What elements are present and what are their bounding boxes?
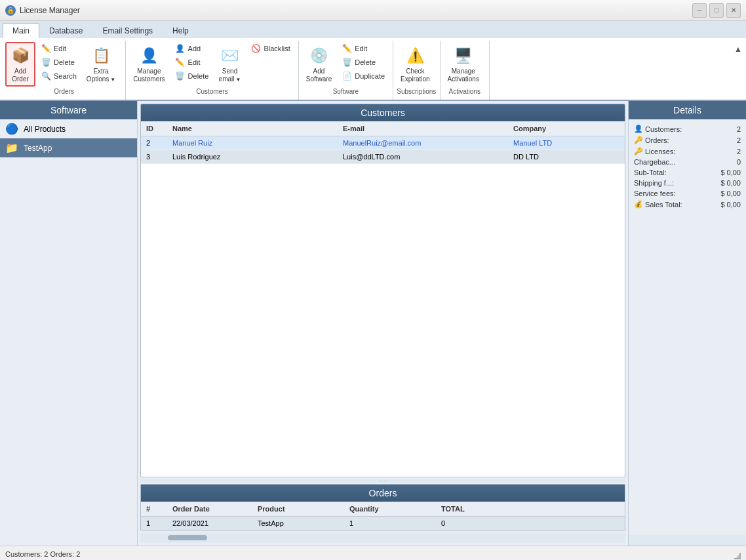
center-panel: Customers ID Name E-mail Company 2 Manue… bbox=[138, 101, 628, 546]
order-row[interactable]: 1 22/03/2021 TestApp 1 0 bbox=[141, 517, 625, 530]
detail-shipping-value: $ 0,00 bbox=[720, 179, 741, 187]
customers-delete-label: Delete bbox=[188, 72, 209, 80]
customers-add-label: Add bbox=[188, 45, 201, 52]
licenses-icon: 🔑 bbox=[634, 147, 643, 155]
tab-email-settings[interactable]: Email Settings bbox=[92, 23, 163, 38]
customers-panel: Customers ID Name E-mail Company 2 Manue… bbox=[140, 104, 625, 477]
detail-service-value: $ 0,00 bbox=[720, 190, 741, 197]
manage-customers-icon: 👤 bbox=[138, 45, 159, 66]
tab-help[interactable]: Help bbox=[163, 23, 199, 38]
manage-customers-button[interactable]: 👤 ManageCustomers bbox=[128, 42, 169, 87]
blacklist-label: Blacklist bbox=[264, 45, 290, 52]
add-order-icon: 📦 bbox=[10, 45, 31, 66]
orders-edit-button[interactable]: ✏️ Edit bbox=[38, 42, 79, 55]
customer-row[interactable]: 3 Luis Rodriguez Luis@ddLTD.com DD LTD bbox=[141, 150, 625, 164]
detail-shipping: Shipping f...: $ 0,00 bbox=[634, 179, 741, 187]
horizontal-scrollbar[interactable] bbox=[140, 532, 625, 543]
ribbon: 📦 AddOrder ✏️ Edit 🗑️ Delete 🔍 Search bbox=[0, 38, 746, 101]
add-order-button[interactable]: 📦 AddOrder bbox=[5, 42, 35, 87]
software-delete-button[interactable]: 🗑️ Delete bbox=[339, 56, 387, 69]
add-software-button[interactable]: 💿 AddSoftware bbox=[302, 42, 336, 87]
panel-resizer[interactable] bbox=[140, 479, 625, 483]
order-num: 1 bbox=[141, 517, 167, 530]
orders-delete-button[interactable]: 🗑️ Delete bbox=[38, 56, 79, 69]
tab-main[interactable]: Main bbox=[3, 23, 39, 38]
minimize-button[interactable]: ─ bbox=[692, 3, 707, 18]
software-edit-button[interactable]: ✏️ Edit bbox=[339, 42, 387, 55]
all-products-label: All Products bbox=[24, 125, 66, 134]
detail-orders-value: 2 bbox=[737, 136, 741, 144]
detail-service-label: Service fees: bbox=[634, 190, 676, 197]
software-duplicate-button[interactable]: 📄 Duplicate bbox=[339, 70, 387, 83]
customers-edit-label: Edit bbox=[188, 58, 201, 66]
customers-edit-button[interactable]: ✏️ Edit bbox=[172, 56, 212, 69]
order-total: 0 bbox=[436, 517, 625, 530]
customers-add-button[interactable]: 👤 Add bbox=[172, 42, 212, 55]
resize-grip[interactable] bbox=[730, 549, 741, 559]
detail-chargeback-value: 0 bbox=[737, 158, 741, 166]
customer-id: 2 bbox=[141, 136, 167, 150]
orders-group-label: Orders bbox=[3, 87, 125, 97]
app-title: License Manager bbox=[20, 6, 80, 15]
salestotal-icon: 💰 bbox=[634, 200, 643, 209]
orders-panel-header: Orders bbox=[141, 485, 625, 502]
software-duplicate-label: Duplicate bbox=[355, 72, 385, 80]
detail-orders: 🔑 Orders: 2 bbox=[634, 136, 741, 144]
detail-shipping-label: Shipping f...: bbox=[634, 179, 674, 187]
close-button[interactable]: ✕ bbox=[726, 3, 741, 18]
blacklist-icon: 🚫 bbox=[250, 43, 261, 54]
send-email-label: Sendemail▼ bbox=[219, 68, 241, 83]
tab-database[interactable]: Database bbox=[39, 23, 92, 38]
sidebar-item-testapp[interactable]: 📁 TestApp bbox=[0, 138, 137, 157]
details-title: Details bbox=[629, 101, 746, 119]
ribbon-tab-bar: Main Database Email Settings Help bbox=[0, 21, 746, 38]
col-company: Company bbox=[508, 121, 625, 136]
send-email-button[interactable]: ✉️ Sendemail▼ bbox=[214, 42, 246, 87]
check-expiration-label: CheckExpiration bbox=[401, 68, 429, 83]
orders-table: # Order Date Product Quantity TOTAL 1 22… bbox=[141, 502, 625, 530]
details-content: 👤 Customers: 2 🔑 Orders: 2 🔑 Licenses: 2… bbox=[629, 119, 746, 535]
customers-panel-header: Customers bbox=[141, 104, 625, 121]
orders-search-label: Search bbox=[54, 72, 77, 80]
customer-name: Manuel Ruiz bbox=[167, 136, 338, 150]
orders-search-button[interactable]: 🔍 Search bbox=[38, 70, 79, 83]
maximize-button[interactable]: □ bbox=[709, 3, 724, 18]
software-group-label: Software bbox=[299, 87, 393, 97]
scrollbar-thumb[interactable] bbox=[168, 535, 207, 540]
detail-salestotal-label: 💰 Sales Total: bbox=[634, 200, 682, 209]
detail-licenses-value: 2 bbox=[737, 148, 741, 155]
orders-edit-label: Edit bbox=[54, 45, 66, 52]
software-delete-icon: 🗑️ bbox=[342, 57, 352, 68]
blacklist-button[interactable]: 🚫 Blacklist bbox=[248, 42, 292, 55]
customers-delete-button[interactable]: 🗑️ Delete bbox=[172, 70, 212, 83]
blacklist-buttons: 🚫 Blacklist bbox=[248, 42, 292, 55]
status-bar: Customers: 2 Orders: 2 bbox=[0, 546, 746, 560]
col-order-date: Order Date bbox=[167, 502, 252, 517]
check-expiration-button[interactable]: ⚠️ CheckExpiration bbox=[396, 42, 434, 87]
software-edit-label: Edit bbox=[355, 45, 367, 52]
extra-options-button[interactable]: 📋 ExtraOptions▼ bbox=[82, 42, 120, 87]
ribbon-group-activations: 🖥️ ManageActivations Activations bbox=[441, 41, 490, 100]
main-area: Software 🔵 All Products 📁 TestApp Custom… bbox=[0, 101, 746, 546]
details-scrollbar[interactable] bbox=[629, 535, 746, 546]
detail-licenses-label: 🔑 Licenses: bbox=[634, 147, 675, 155]
col-total: TOTAL bbox=[436, 502, 625, 517]
search-icon: 🔍 bbox=[41, 71, 51, 81]
ribbon-collapse-button[interactable]: ▲ bbox=[733, 43, 743, 55]
col-order-num: # bbox=[141, 502, 167, 517]
customer-row[interactable]: 2 Manuel Ruiz ManuelRuiz@email.com Manue… bbox=[141, 136, 625, 150]
customer-name: Luis Rodriguez bbox=[167, 150, 338, 164]
ribbon-group-orders: 📦 AddOrder ✏️ Edit 🗑️ Delete 🔍 Search bbox=[3, 41, 126, 100]
manage-activations-icon: 🖥️ bbox=[453, 45, 474, 66]
detail-orders-label: 🔑 Orders: bbox=[634, 136, 669, 144]
sidebar-item-all-products[interactable]: 🔵 All Products bbox=[0, 119, 137, 138]
manage-activations-button[interactable]: 🖥️ ManageActivations bbox=[443, 42, 484, 87]
ribbon-group-customers: 👤 ManageCustomers 👤 Add ✏️ Edit 🗑️ Delet… bbox=[126, 41, 299, 100]
detail-customers-label: 👤 Customers: bbox=[634, 125, 682, 133]
customer-company: DD LTD bbox=[508, 150, 625, 164]
add-order-label: AddOrder bbox=[12, 68, 29, 83]
testapp-label: TestApp bbox=[24, 144, 52, 153]
order-product: TestApp bbox=[252, 517, 344, 530]
customer-email: Luis@ddLTD.com bbox=[338, 150, 508, 164]
manage-customers-label: ManageCustomers bbox=[133, 68, 165, 83]
